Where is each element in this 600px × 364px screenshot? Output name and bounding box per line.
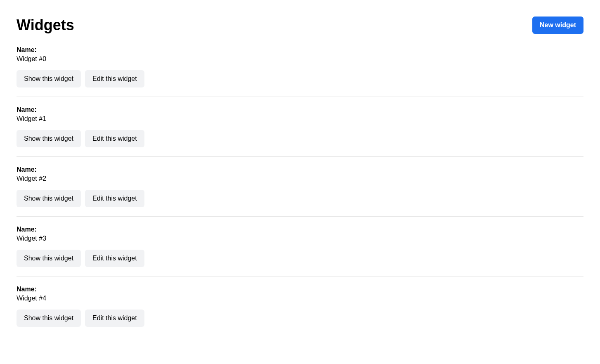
widget-actions: Show this widget Edit this widget bbox=[17, 130, 583, 147]
show-widget-button[interactable]: Show this widget bbox=[17, 70, 81, 87]
widget-item: Name: Widget #2 Show this widget Edit th… bbox=[17, 166, 583, 217]
name-label: Name: bbox=[17, 286, 583, 293]
edit-widget-button[interactable]: Edit this widget bbox=[85, 70, 144, 87]
new-widget-button[interactable]: New widget bbox=[532, 17, 583, 34]
widget-name: Widget #2 bbox=[17, 175, 583, 182]
show-widget-button[interactable]: Show this widget bbox=[17, 130, 81, 147]
widget-actions: Show this widget Edit this widget bbox=[17, 310, 583, 327]
name-label: Name: bbox=[17, 226, 583, 233]
edit-widget-button[interactable]: Edit this widget bbox=[85, 250, 144, 267]
widget-item: Name: Widget #1 Show this widget Edit th… bbox=[17, 106, 583, 157]
widget-item: Name: Widget #4 Show this widget Edit th… bbox=[17, 286, 583, 336]
show-widget-button[interactable]: Show this widget bbox=[17, 310, 81, 327]
widget-actions: Show this widget Edit this widget bbox=[17, 70, 583, 87]
widget-list: Name: Widget #0 Show this widget Edit th… bbox=[17, 46, 583, 336]
widget-name: Widget #4 bbox=[17, 295, 583, 302]
show-widget-button[interactable]: Show this widget bbox=[17, 190, 81, 207]
name-label: Name: bbox=[17, 106, 583, 113]
name-label: Name: bbox=[17, 46, 583, 54]
show-widget-button[interactable]: Show this widget bbox=[17, 250, 81, 267]
page-header: Widgets New widget bbox=[17, 17, 583, 34]
widget-actions: Show this widget Edit this widget bbox=[17, 190, 583, 207]
widget-item: Name: Widget #3 Show this widget Edit th… bbox=[17, 226, 583, 277]
widget-name: Widget #1 bbox=[17, 115, 583, 123]
page-title: Widgets bbox=[17, 17, 74, 34]
widget-name: Widget #3 bbox=[17, 235, 583, 242]
edit-widget-button[interactable]: Edit this widget bbox=[85, 310, 144, 327]
widget-name: Widget #0 bbox=[17, 55, 583, 63]
widget-actions: Show this widget Edit this widget bbox=[17, 250, 583, 267]
widget-item: Name: Widget #0 Show this widget Edit th… bbox=[17, 46, 583, 97]
edit-widget-button[interactable]: Edit this widget bbox=[85, 190, 144, 207]
name-label: Name: bbox=[17, 166, 583, 173]
edit-widget-button[interactable]: Edit this widget bbox=[85, 130, 144, 147]
